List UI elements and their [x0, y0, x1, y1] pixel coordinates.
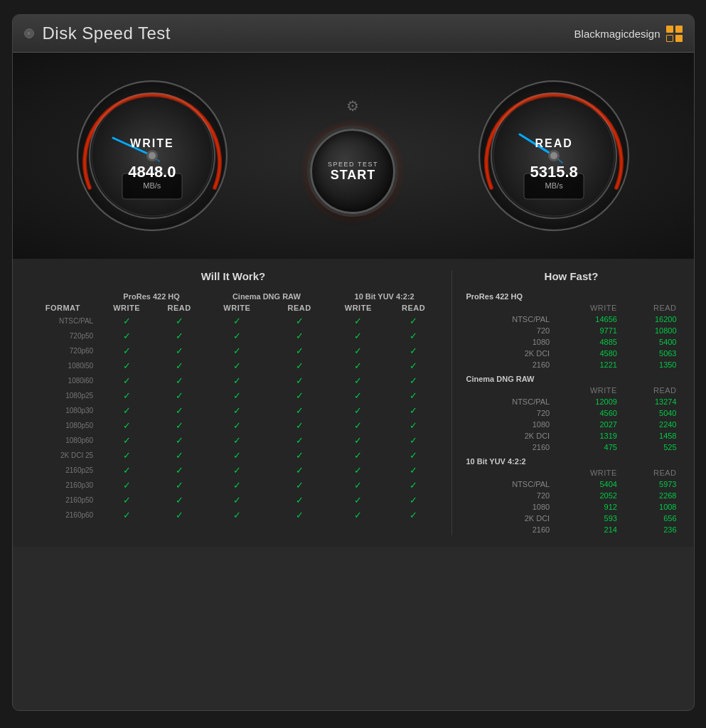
check-cell: ✓ — [329, 418, 387, 433]
check-mark: ✓ — [354, 316, 362, 326]
check-mark: ✓ — [176, 495, 183, 505]
table-row: 2160p25✓✓✓✓✓✓ — [27, 463, 440, 478]
app-window: × Disk Speed Test Blackmagicdesign — [12, 14, 695, 711]
check-cell: ✓ — [270, 418, 329, 433]
write-gauge-value: 4848.0 MB/s — [128, 163, 176, 190]
close-button[interactable]: × — [24, 28, 34, 38]
check-mark: ✓ — [296, 360, 304, 371]
how-fast-row: NTSC/PAL54045973 — [464, 478, 680, 490]
check-cell: ✓ — [99, 328, 154, 343]
check-cell: ✓ — [329, 508, 387, 523]
start-button[interactable]: SPEED TEST START — [310, 129, 395, 214]
title-bar: × Disk Speed Test Blackmagicdesign — [13, 15, 694, 53]
hf-row-label: NTSC/PAL — [464, 396, 553, 407]
read-gauge-value: 5315.8 MB/s — [530, 163, 577, 190]
check-mark: ✓ — [354, 420, 362, 431]
table-row: 2160p50✓✓✓✓✓✓ — [27, 493, 440, 508]
results-section: Will It Work? ProRes 422 HQ Cinema DNG R… — [13, 259, 694, 547]
check-mark: ✓ — [354, 450, 362, 461]
hf-row-label: 2160 — [464, 359, 553, 370]
check-cell: ✓ — [329, 478, 387, 493]
check-mark: ✓ — [176, 331, 183, 341]
hf-row-label: 720 — [464, 490, 553, 501]
check-mark: ✓ — [410, 375, 417, 386]
check-cell: ✓ — [99, 403, 154, 418]
hf-read-value: 1458 — [620, 430, 680, 441]
hf-write-value: 4580 — [552, 348, 620, 359]
how-fast-row: 216012211350 — [464, 359, 680, 370]
format-label: 720p60 — [27, 343, 100, 358]
check-mark: ✓ — [233, 375, 241, 386]
svg-point-7 — [149, 152, 156, 159]
hf-read-value: 236 — [620, 524, 680, 535]
hf-row-label: 2160 — [464, 441, 553, 453]
start-button-main-text: START — [331, 168, 376, 183]
check-mark: ✓ — [176, 435, 183, 446]
hf-read-value: 5973 — [620, 478, 680, 490]
how-fast-row: 2K DCI13191458 — [464, 430, 680, 441]
format-label: 2160p50 — [27, 493, 100, 508]
check-cell: ✓ — [154, 328, 204, 343]
check-cell: ✓ — [154, 358, 204, 373]
check-cell: ✓ — [154, 448, 204, 463]
check-cell: ✓ — [154, 463, 204, 478]
check-mark: ✓ — [176, 465, 183, 476]
check-mark: ✓ — [296, 435, 304, 446]
check-cell: ✓ — [204, 418, 270, 433]
table-row: 1080i50✓✓✓✓✓✓ — [27, 358, 440, 373]
hf-row-label: 2K DCI — [464, 430, 553, 441]
gear-icon[interactable]: ⚙ — [346, 97, 359, 114]
check-cell: ✓ — [99, 508, 154, 523]
check-cell: ✓ — [329, 463, 387, 478]
format-label: 1080i50 — [27, 358, 100, 373]
check-mark: ✓ — [176, 360, 183, 371]
check-cell: ✓ — [387, 418, 440, 433]
hf-row-label: NTSC/PAL — [464, 314, 553, 325]
check-cell: ✓ — [387, 373, 440, 388]
hf-write-value: 12009 — [552, 396, 620, 407]
check-cell: ✓ — [154, 508, 204, 523]
hf-write-value: 475 — [552, 441, 620, 453]
check-cell: ✓ — [204, 328, 270, 343]
hf-row-label: 2K DCI — [464, 513, 553, 524]
check-cell: ✓ — [329, 343, 387, 358]
write-gauge-container: WRITE 4848.0 MB/s — [74, 77, 230, 234]
check-mark: ✓ — [296, 375, 304, 386]
check-cell: ✓ — [270, 403, 329, 418]
check-cell: ✓ — [329, 328, 387, 343]
check-mark: ✓ — [123, 331, 131, 341]
check-cell: ✓ — [387, 403, 440, 418]
hf-read-value: 525 — [620, 441, 680, 453]
table-row: 720p60✓✓✓✓✓✓ — [27, 343, 440, 358]
check-cell: ✓ — [387, 328, 440, 343]
check-cell: ✓ — [204, 343, 270, 358]
check-cell: ✓ — [99, 358, 154, 373]
section-format-label: 10 Bit YUV 4:2:2 — [464, 453, 680, 467]
check-cell: ✓ — [387, 463, 440, 478]
hf-write-value: 2027 — [552, 419, 620, 430]
write-gauge: WRITE 4848.0 MB/s — [74, 77, 230, 234]
check-cell: ✓ — [329, 358, 387, 373]
format-label: 1080p25 — [27, 388, 100, 403]
hf-write-value: 5404 — [552, 478, 620, 490]
hf-read-value: 2268 — [620, 490, 680, 501]
check-mark: ✓ — [410, 390, 417, 401]
check-mark: ✓ — [233, 390, 241, 401]
check-cell: ✓ — [329, 493, 387, 508]
check-mark: ✓ — [176, 420, 183, 431]
check-mark: ✓ — [233, 465, 241, 476]
check-cell: ✓ — [270, 448, 329, 463]
check-mark: ✓ — [410, 465, 417, 476]
hf-row-label: 1080 — [464, 336, 553, 348]
how-fast-title: How Fast? — [464, 270, 680, 282]
how-fast-row: 72045605040 — [464, 407, 680, 419]
check-cell: ✓ — [154, 478, 204, 493]
svg-point-16 — [550, 152, 557, 159]
check-mark: ✓ — [176, 375, 183, 386]
check-cell: ✓ — [387, 478, 440, 493]
how-fast-row: NTSC/PAL1200913274 — [464, 396, 680, 407]
hf-read-value: 5400 — [620, 336, 680, 348]
check-mark: ✓ — [354, 331, 362, 341]
check-mark: ✓ — [233, 316, 241, 326]
check-mark: ✓ — [176, 346, 183, 356]
